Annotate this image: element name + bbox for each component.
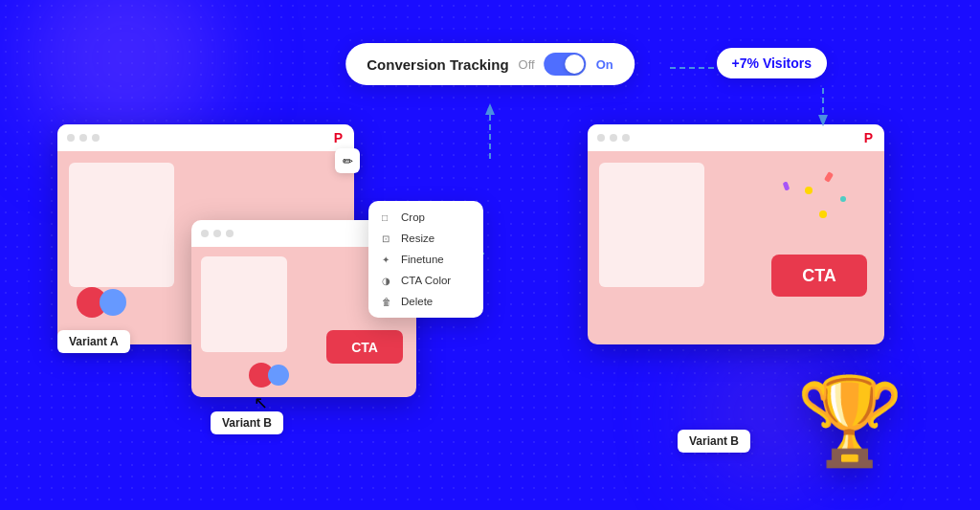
menu-label-cta-color: CTA Color [401, 275, 451, 286]
edit-icon-badge[interactable]: ✏ [335, 148, 360, 173]
menu-item-delete[interactable]: 🗑 Delete [368, 291, 483, 312]
confetti-1 [805, 187, 813, 194]
svg-marker-1 [485, 103, 495, 115]
browser-bar-b: P [588, 124, 884, 151]
trophy-icon: 🏆 [796, 371, 903, 472]
browser-dot-b-1 [597, 134, 605, 142]
resize-icon: ⊡ [382, 233, 393, 244]
confetti-3 [840, 196, 846, 202]
toggle-off-label: Off [519, 57, 535, 72]
browser-b-content: CTA [588, 151, 884, 344]
circle-blue-bs [268, 365, 289, 386]
menu-item-finetune[interactable]: ✦ Finetune [368, 249, 483, 270]
image-placeholder-b [599, 163, 704, 287]
cta-button-b-large[interactable]: CTA [771, 255, 867, 297]
browser-dot-2 [79, 134, 87, 142]
menu-item-resize[interactable]: ⊡ Resize [368, 228, 483, 249]
conversion-tracking-bar: Conversion Tracking Off On [345, 43, 635, 85]
confetti-4 [819, 211, 827, 218]
finetune-icon: ✦ [382, 255, 393, 265]
cursor-icon-b: ↖ [254, 392, 268, 413]
cta-button-b-small[interactable]: CTA [326, 330, 403, 364]
browser-variant-b-large: P CTA [588, 124, 884, 344]
visitors-badge: +7% Visitors [717, 48, 827, 78]
menu-label-finetune: Finetune [401, 254, 444, 265]
menu-label-delete: Delete [401, 296, 433, 307]
browser-dot-3 [92, 134, 100, 142]
browser-dot-b-2 [610, 134, 617, 142]
image-placeholder-a [69, 163, 174, 287]
delete-icon: 🗑 [382, 297, 393, 307]
conversion-tracking-toggle[interactable] [545, 53, 587, 76]
color-circles-a [77, 287, 126, 318]
variant-b-large-label-text: Variant B [689, 434, 739, 448]
color-circles-bs [249, 363, 289, 388]
menu-label-resize: Resize [401, 233, 434, 244]
cta-color-icon: ◑ [382, 276, 393, 286]
tracking-label: Conversion Tracking [367, 56, 508, 73]
browser-dot-bs-2 [213, 230, 221, 237]
crop-icon: □ [382, 212, 393, 223]
menu-label-crop: Crop [401, 211, 425, 223]
variant-b-small-label-text: Variant B [222, 416, 272, 430]
image-placeholder-bs [201, 256, 287, 352]
visitors-badge-text: +7% Visitors [732, 55, 812, 71]
browser-dot-bs-3 [226, 230, 234, 237]
toggle-on-label: On [596, 57, 613, 72]
browser-dot-b-3 [622, 134, 630, 142]
pinterest-icon-a: P [334, 130, 343, 145]
variant-b-small-label: Variant B [211, 411, 283, 434]
pinterest-icon-b: P [864, 130, 873, 145]
menu-item-crop[interactable]: □ Crop [368, 207, 483, 228]
context-menu: □ Crop ⊡ Resize ✦ Finetune ◑ CTA Color 🗑… [368, 201, 483, 318]
variant-b-large-label: Variant B [678, 430, 750, 453]
browser-dot-bs-1 [201, 230, 209, 237]
variant-a-label: Variant A [57, 330, 130, 353]
circle-blue-a [100, 289, 126, 316]
menu-item-cta-color[interactable]: ◑ CTA Color [368, 270, 483, 291]
browser-bar-a: P [57, 124, 354, 151]
variant-a-label-text: Variant A [69, 335, 119, 348]
browser-dot-1 [67, 134, 75, 142]
